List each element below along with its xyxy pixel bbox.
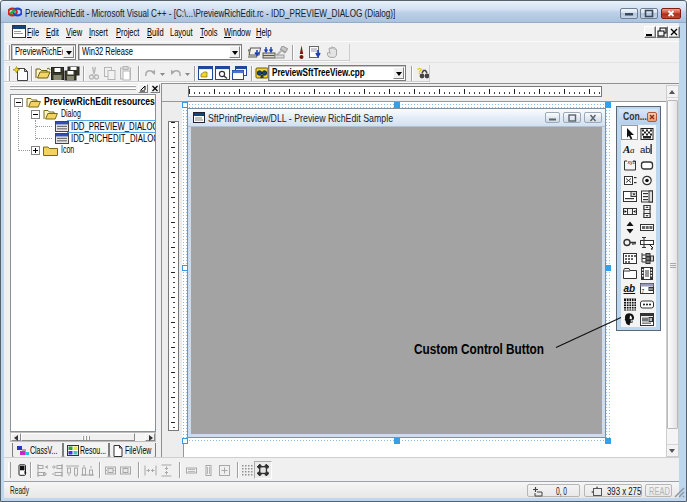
svg-text:ab: ab	[640, 144, 651, 155]
svg-text:xyz: xyz	[628, 159, 636, 165]
svg-text:7: 7	[642, 288, 645, 294]
svg-text:ab: ab	[624, 283, 636, 294]
svg-text:a: a	[630, 145, 635, 155]
